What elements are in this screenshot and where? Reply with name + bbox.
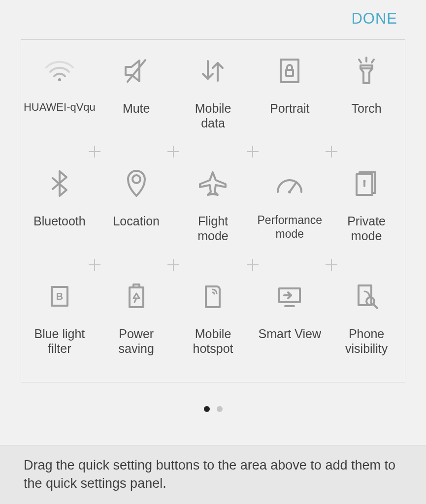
tile-label: Torch (350, 101, 384, 116)
done-button[interactable]: DONE (351, 10, 397, 28)
tile-label: HUAWEI-qVqu (22, 101, 98, 114)
smart-view-icon (275, 279, 304, 314)
tile-flight-mode[interactable]: Flight mode (175, 157, 252, 269)
tile-label: Flight mode (196, 214, 230, 243)
tile-blue-light-filter[interactable]: B Blue light filter (21, 269, 98, 382)
tile-smart-view[interactable]: Smart View (251, 269, 328, 382)
tile-location[interactable]: Location (98, 157, 175, 269)
tile-label: Phone visibility (343, 326, 390, 356)
tile-phone-visibility[interactable]: Phone visibility (328, 269, 405, 382)
tile-private-mode[interactable]: Private mode (328, 157, 405, 269)
private-mode-icon (354, 166, 379, 201)
svg-rect-16 (133, 284, 139, 287)
tile-label: Location (111, 214, 162, 228)
tile-mobile-data[interactable]: Mobile data (175, 44, 252, 157)
hotspot-icon (202, 279, 224, 314)
svg-line-5 (359, 60, 361, 63)
blue-light-icon: B (49, 279, 70, 314)
tile-label: Mobile hotspot (191, 326, 235, 356)
tile-torch[interactable]: Torch (328, 44, 405, 157)
torch-icon (354, 54, 379, 88)
page-dot[interactable] (204, 406, 210, 412)
svg-rect-3 (286, 70, 293, 76)
svg-point-8 (132, 175, 140, 183)
svg-rect-15 (130, 287, 143, 307)
tile-label: Blue light filter (32, 326, 87, 356)
bluetooth-icon (50, 166, 69, 201)
tile-wifi[interactable]: HUAWEI-qVqu (21, 44, 98, 157)
svg-point-9 (288, 190, 291, 193)
hint-text: Drag the quick setting buttons to the ar… (24, 458, 395, 490)
page-dot[interactable] (217, 406, 223, 412)
tile-performance-mode[interactable]: Performance mode (251, 157, 328, 269)
gauge-icon (275, 166, 304, 201)
tile-label: Portrait (268, 101, 312, 116)
tile-label: Smart View (257, 326, 323, 341)
mute-icon (123, 54, 150, 88)
svg-line-21 (373, 304, 377, 308)
wifi-icon (44, 54, 75, 88)
tile-mobile-hotspot[interactable]: Mobile hotspot (175, 269, 252, 382)
tile-label: Bluetooth (32, 214, 88, 228)
battery-recycle-icon (127, 279, 146, 314)
tile-power-saving[interactable]: Power saving (98, 269, 175, 382)
quick-settings-panel: HUAWEI-qVqu Mute Mobile data (21, 39, 405, 382)
hint-footer: Drag the quick setting buttons to the ar… (0, 445, 426, 504)
tile-mute[interactable]: Mute (98, 44, 175, 157)
tile-label: Performance mode (255, 214, 324, 241)
airplane-icon (198, 166, 228, 201)
phone-visibility-icon (354, 279, 379, 314)
portrait-lock-icon (279, 54, 300, 88)
location-icon (125, 166, 148, 201)
tile-label: Mobile data (193, 101, 233, 130)
svg-line-6 (372, 60, 374, 63)
tile-label: Power saving (117, 326, 156, 356)
tile-label: Mute (121, 101, 152, 116)
svg-point-0 (58, 78, 61, 81)
svg-text:B: B (56, 291, 63, 302)
tile-bluetooth[interactable]: Bluetooth (21, 157, 98, 269)
tile-portrait[interactable]: Portrait (251, 44, 328, 157)
mobile-data-icon (199, 54, 227, 88)
page-indicator[interactable] (0, 406, 426, 412)
tile-label: Private mode (345, 214, 388, 243)
